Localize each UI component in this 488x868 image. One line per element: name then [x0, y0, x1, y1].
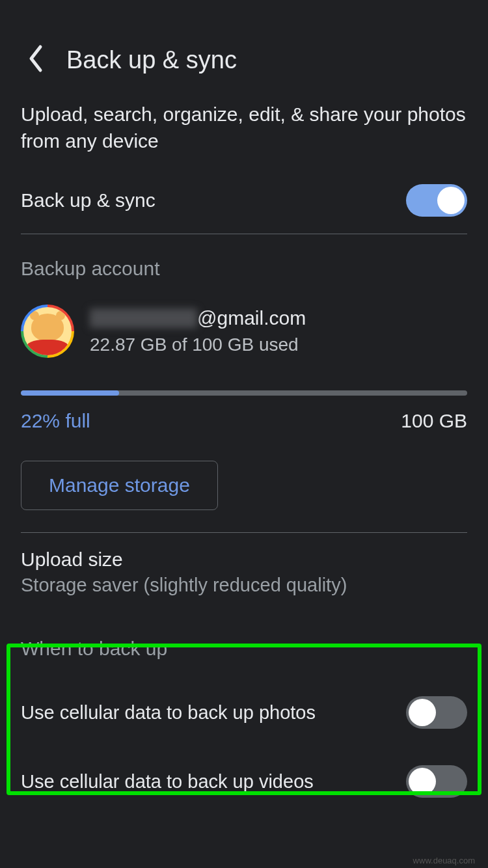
- storage-used-text: 22.87 GB of 100 GB used: [90, 334, 306, 355]
- watermark: www.deuaq.com: [413, 856, 475, 865]
- upload-size-subtitle: Storage saver (slightly reduced quality): [21, 575, 467, 596]
- page-title: Back up & sync: [66, 46, 237, 74]
- account-row[interactable]: @gmail.com 22.87 GB of 100 GB used: [0, 292, 488, 366]
- header: Back up & sync: [0, 0, 488, 94]
- manage-storage-button[interactable]: Manage storage: [21, 461, 218, 510]
- email-blurred: [90, 308, 197, 328]
- backup-sync-label: Back up & sync: [21, 189, 156, 211]
- storage-progress: 22% full 100 GB: [0, 366, 488, 432]
- cellular-videos-switch[interactable]: [406, 765, 467, 798]
- page-subtitle: Upload, search, organize, edit, & share …: [0, 94, 488, 174]
- progress-fill: [21, 390, 119, 396]
- percent-full-label: 22% full: [21, 410, 90, 432]
- backup-account-section-label: Backup account: [0, 234, 488, 292]
- email-domain: @gmail.com: [197, 307, 306, 329]
- switch-knob: [409, 699, 436, 726]
- backup-sync-switch[interactable]: [406, 184, 467, 217]
- backup-sync-toggle-row: Back up & sync: [0, 174, 488, 234]
- back-icon[interactable]: [27, 44, 44, 75]
- cellular-section: Use cellular data to back up photos Use …: [0, 671, 488, 816]
- switch-knob: [437, 187, 465, 214]
- avatar: [21, 305, 74, 358]
- cellular-videos-row: Use cellular data to back up videos: [0, 747, 488, 816]
- cellular-videos-label: Use cellular data to back up videos: [21, 771, 314, 793]
- upload-size-block[interactable]: Upload size Storage saver (slightly redu…: [0, 533, 488, 604]
- total-storage-label: 100 GB: [401, 410, 467, 432]
- storage-labels: 22% full 100 GB: [21, 396, 467, 432]
- account-info: @gmail.com 22.87 GB of 100 GB used: [90, 307, 306, 355]
- cellular-photos-switch[interactable]: [406, 696, 467, 729]
- upload-size-title: Upload size: [21, 549, 467, 571]
- cellular-photos-label: Use cellular data to back up photos: [21, 702, 316, 724]
- cellular-photos-row: Use cellular data to back up photos: [0, 678, 488, 747]
- when-to-backup-section-label: When to back up: [0, 604, 488, 671]
- progress-bar: [21, 390, 467, 396]
- switch-knob: [409, 768, 436, 795]
- account-email: @gmail.com: [90, 307, 306, 329]
